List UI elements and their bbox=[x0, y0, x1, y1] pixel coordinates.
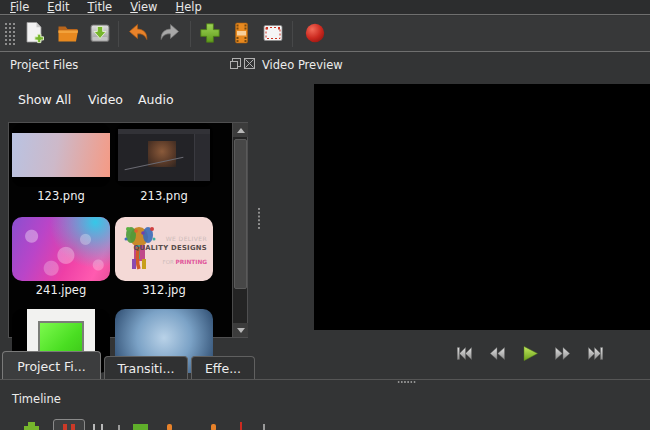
film-strip-icon bbox=[229, 21, 253, 45]
redo-arrow-icon bbox=[158, 21, 182, 45]
toolbar-separator bbox=[190, 21, 191, 47]
filter-audio[interactable]: Audio bbox=[138, 92, 174, 107]
filter-show-all[interactable]: Show All bbox=[18, 92, 71, 107]
jump-end-icon bbox=[587, 344, 605, 363]
new-project-button[interactable] bbox=[22, 21, 46, 45]
snapping-toggle-button[interactable] bbox=[53, 419, 85, 430]
scrollbar-thumb[interactable] bbox=[234, 139, 247, 289]
arrow-up-icon bbox=[237, 128, 245, 133]
video-preview-screen bbox=[314, 84, 650, 330]
thumbnail-image-241 bbox=[12, 217, 110, 281]
save-icon bbox=[88, 21, 112, 45]
new-document-icon bbox=[22, 21, 46, 45]
fullscreen-button[interactable] bbox=[261, 21, 285, 45]
open-project-button[interactable] bbox=[56, 21, 80, 45]
file-name-label: 241.jpeg bbox=[12, 283, 110, 297]
file-name-label: 123.png bbox=[12, 189, 110, 203]
close-icon bbox=[244, 58, 255, 69]
main-toolbar bbox=[0, 16, 650, 52]
playhead-marker[interactable] bbox=[240, 422, 242, 430]
record-circle-icon bbox=[303, 21, 327, 45]
toolbar-separator bbox=[118, 21, 119, 47]
menu-edit[interactable]: Edit bbox=[45, 0, 71, 14]
file-thumbnail bbox=[115, 123, 213, 187]
float-icon bbox=[230, 58, 241, 69]
fast-forward-button[interactable] bbox=[554, 344, 572, 363]
previous-marker-button[interactable] bbox=[167, 424, 172, 430]
next-marker-button[interactable] bbox=[211, 424, 216, 430]
jump-to-start-button[interactable] bbox=[455, 344, 473, 363]
play-button[interactable] bbox=[521, 344, 539, 363]
file-thumbnail bbox=[12, 217, 110, 281]
scroll-up-button[interactable] bbox=[233, 123, 248, 137]
menu-bar: File Edit Title View Help bbox=[0, 0, 650, 15]
add-track-button[interactable] bbox=[24, 422, 39, 430]
thumbnail-image-213 bbox=[118, 129, 210, 181]
file-name-label: 213.png bbox=[115, 189, 213, 203]
rewind-button[interactable] bbox=[488, 344, 506, 363]
tab-transitions[interactable]: Transiti... bbox=[104, 356, 188, 380]
file-thumbnail: WE DELIVER QUALITY DESIGNS FOR PRINTING bbox=[115, 217, 213, 281]
jump-start-icon bbox=[455, 344, 473, 363]
close-panel-button[interactable] bbox=[244, 58, 255, 69]
file-thumbnail bbox=[12, 123, 110, 187]
save-project-button[interactable] bbox=[88, 21, 112, 45]
magnet-icon bbox=[63, 424, 67, 430]
redo-button[interactable] bbox=[158, 21, 182, 45]
menu-file[interactable]: File bbox=[8, 0, 31, 14]
tab-effects[interactable]: Effe... bbox=[191, 356, 255, 380]
filter-video[interactable]: Video bbox=[88, 92, 123, 107]
openshot-window: File Edit Title View Help bbox=[0, 0, 650, 430]
video-preview-panel-title: Video Preview bbox=[262, 58, 343, 72]
jump-to-end-button[interactable] bbox=[587, 344, 605, 363]
fast-forward-icon bbox=[554, 344, 572, 363]
toolbar-separator bbox=[292, 21, 293, 47]
play-icon bbox=[521, 344, 539, 363]
thumbnail-image-312: WE DELIVER QUALITY DESIGNS FOR PRINTING bbox=[115, 217, 213, 281]
import-files-button[interactable] bbox=[198, 21, 222, 45]
panel-splitter-line[interactable] bbox=[0, 379, 650, 380]
thumbnail-image-123 bbox=[12, 133, 110, 177]
toolbar-drag-handle[interactable] bbox=[4, 22, 15, 46]
project-files-panel-title: Project Files bbox=[10, 58, 78, 72]
menu-help[interactable]: Help bbox=[174, 0, 204, 14]
thumbnail-text: WE DELIVER QUALITY DESIGNS FOR PRINTING bbox=[133, 234, 207, 270]
menu-view[interactable]: View bbox=[128, 0, 159, 14]
timeline-icon[interactable] bbox=[118, 425, 120, 430]
razor-tool-button[interactable] bbox=[93, 424, 95, 430]
file-name-label: 312.jpg bbox=[115, 283, 213, 297]
choose-profile-button[interactable] bbox=[229, 21, 253, 45]
razor-tool-button[interactable] bbox=[101, 424, 103, 430]
export-video-button[interactable] bbox=[303, 21, 327, 45]
folder-icon bbox=[56, 21, 80, 45]
vertical-splitter-handle[interactable] bbox=[257, 207, 261, 230]
timeline-panel-title: Timeline bbox=[12, 392, 61, 406]
menu-title[interactable]: Title bbox=[86, 0, 115, 14]
playback-controls bbox=[455, 344, 605, 363]
screen-icon bbox=[261, 21, 285, 45]
horizontal-splitter-handle[interactable] bbox=[397, 380, 416, 384]
file-list-scrollbar[interactable] bbox=[232, 123, 247, 337]
float-panel-button[interactable] bbox=[230, 58, 241, 69]
scroll-down-button[interactable] bbox=[233, 323, 248, 337]
add-marker-button[interactable] bbox=[133, 424, 148, 430]
arrow-down-icon bbox=[237, 328, 245, 333]
center-playhead-button[interactable] bbox=[263, 424, 265, 430]
plus-icon bbox=[198, 21, 222, 45]
tab-project-files[interactable]: Project Fi... bbox=[2, 351, 101, 380]
undo-button[interactable] bbox=[126, 21, 150, 45]
rewind-icon bbox=[488, 344, 506, 363]
project-files-list[interactable]: 123.png 213.png 241.jpeg bbox=[8, 122, 248, 338]
undo-arrow-icon bbox=[126, 21, 150, 45]
